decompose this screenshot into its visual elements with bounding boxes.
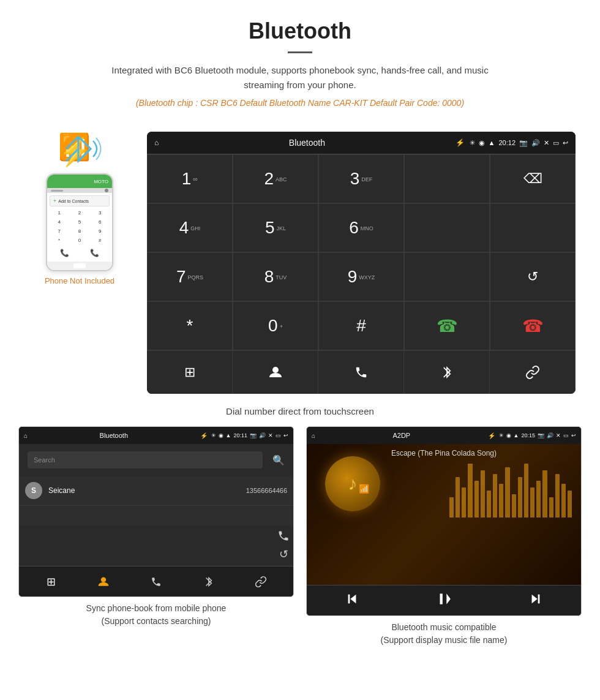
dial-key-1[interactable]: 1∞ — [147, 154, 233, 203]
svg-rect-5 — [348, 595, 350, 604]
dial-nav-contacts[interactable] — [233, 351, 318, 394]
dial-key-8[interactable]: 8TUV — [233, 252, 318, 301]
dial-key-0[interactable]: 0+ — [233, 301, 318, 350]
pb-usb-icon: ⚡ — [200, 432, 208, 439]
dial-screen-title: Bluetooth — [163, 138, 450, 148]
dial-key-2[interactable]: 2ABC — [233, 154, 318, 203]
pb-nav-bluetooth[interactable] — [198, 571, 220, 593]
dial-key-3[interactable]: 3DEF — [318, 154, 404, 203]
music-content-area: Escape (The Pina Colada Song) ♪ 📶 — [307, 444, 581, 585]
music-album-art: ♪ 📶 — [325, 456, 380, 511]
dial-bottom-nav: ⊞ — [147, 350, 576, 394]
title-divider — [288, 51, 312, 53]
dial-status-bar: ⌂ Bluetooth ⚡ ✳ ◉ ▲ 20:12 📷 🔊 ✕ ▭ ↩ — [147, 132, 576, 154]
phone-keypad: 1 2 3 4 5 6 7 8 9 * 0 # — [50, 209, 110, 244]
dial-key-4[interactable]: 4GHI — [147, 203, 233, 252]
pb-nav-link[interactable] — [250, 571, 272, 593]
dial-usb-icon: ⚡ — [456, 138, 465, 147]
music-prev-btn[interactable] — [345, 592, 359, 609]
dial-loc-icon: ◉ — [479, 139, 485, 147]
pb-call-icon[interactable] — [277, 530, 290, 545]
pb-search-bar[interactable]: Search — [28, 451, 263, 469]
pb-nav-contacts-active[interactable] — [92, 571, 114, 593]
phone-action-row: 📞 📞 — [50, 247, 110, 259]
dial-backspace-btn[interactable]: ⌫ — [490, 154, 576, 203]
dial-nav-grid[interactable]: ⊞ — [147, 351, 233, 394]
svg-point-3 — [101, 577, 106, 582]
music-frame: ⌂ A2DP ⚡ ✳ ◉ ▲ 20:15 📷 🔊 ✕ ▭ ↩ — [306, 426, 582, 616]
dial-empty-1 — [404, 154, 490, 203]
dial-key-9[interactable]: 9WXYZ — [318, 252, 404, 301]
pb-status-bar: ⌂ Bluetooth ⚡ ✳ ◉ ▲ 20:11 📷 🔊 ✕ ▭ ↩ — [19, 427, 293, 444]
pb-bottom-bar: ⊞ — [19, 566, 293, 597]
svg-marker-7 — [446, 594, 451, 604]
music-next-btn[interactable] — [529, 592, 542, 609]
phone-call: 📞 — [90, 249, 99, 257]
phone-icon — [354, 366, 368, 379]
dial-nav-bluetooth[interactable] — [404, 351, 490, 394]
pb-contact-row[interactable]: S Seicane 13566664466 — [19, 476, 293, 506]
pb-status-icons: ✳ ◉ ▲ 20:11 📷 🔊 ✕ ▭ ↩ — [211, 432, 288, 438]
phonebook-frame: ⌂ Bluetooth ⚡ ✳ ◉ ▲ 20:11 📷 🔊 ✕ ▭ ↩ — [18, 426, 294, 597]
svg-rect-6 — [440, 594, 443, 604]
bt-icon-svg: ⚡ — [55, 132, 104, 168]
dial-empty-2 — [404, 203, 490, 252]
phone-home-area — [47, 262, 112, 270]
dial-camera-icon: 📷 — [519, 139, 528, 147]
phone-home-button[interactable] — [73, 263, 86, 268]
music-play-pause-btn[interactable] — [436, 591, 452, 610]
dial-volume-icon: 🔊 — [531, 139, 540, 147]
music-controls — [307, 585, 581, 615]
middle-section: 📶 📶 ⚡ MOTO — [0, 119, 600, 400]
pb-contact-number: 13566664466 — [246, 487, 287, 494]
link-icon — [525, 365, 540, 380]
bluetooth-nav-icon — [441, 364, 453, 380]
pb-nav-grid[interactable]: ⊞ — [40, 571, 62, 593]
svg-marker-8 — [532, 595, 538, 604]
pb-refresh-icon[interactable]: ↺ — [279, 548, 288, 561]
phone-end-call: 📞 — [60, 249, 69, 257]
dial-home-icon[interactable]: ⌂ — [154, 138, 159, 147]
music-screenshot-item: ⌂ A2DP ⚡ ✳ ◉ ▲ 20:15 📷 🔊 ✕ ▭ ↩ — [306, 426, 582, 647]
music-title-status: A2DP — [319, 432, 484, 439]
phone-notch-area — [47, 188, 112, 193]
dial-wifi-icon: ▲ — [489, 139, 495, 146]
music-eq-visualizer — [449, 450, 572, 517]
specs-text: (Bluetooth chip : CSR BC6 Default Blueto… — [92, 96, 508, 110]
dial-key-hash[interactable]: # — [318, 301, 404, 350]
dial-key-5[interactable]: 5JKL — [233, 203, 318, 252]
phone-carrier: MOTO — [94, 179, 108, 184]
dial-key-6[interactable]: 6MNO — [318, 203, 404, 252]
svg-marker-4 — [350, 595, 356, 604]
dial-end-call-btn[interactable]: ☎ — [490, 301, 576, 350]
phone-add-contacts: Add to Contacts — [50, 195, 110, 206]
dial-call-btn[interactable]: ☎ — [404, 301, 490, 350]
pb-search-row: Search 🔍 — [19, 444, 293, 476]
dial-key-star[interactable]: * — [147, 301, 233, 350]
dial-screen: ⌂ Bluetooth ⚡ ✳ ◉ ▲ 20:12 📷 🔊 ✕ ▭ ↩ 1∞ 2 — [147, 132, 576, 394]
svg-point-2 — [272, 367, 279, 373]
dial-bt-icon: ✳ — [470, 139, 475, 147]
music-status-icons: ✳ ◉ ▲ 20:15 📷 🔊 ✕ ▭ ↩ — [499, 432, 576, 438]
pb-right-actions: ↺ — [274, 525, 293, 566]
pb-home-icon: ⌂ — [24, 432, 28, 439]
dial-nav-phone[interactable] — [318, 351, 404, 394]
page-header: Bluetooth Integrated with BC6 Bluetooth … — [0, 0, 600, 119]
phone-mockup: 📶 📶 ⚡ MOTO — [24, 132, 135, 285]
dial-caption: Dial number direct from touchscreen — [0, 400, 600, 426]
music-note-icon: ♪ — [348, 473, 358, 494]
pb-search-icon[interactable]: 🔍 — [268, 454, 290, 466]
dial-empty-4 — [404, 252, 490, 301]
description-text: Integrated with BC6 Bluetooth module, su… — [92, 63, 508, 92]
phone-speaker — [51, 190, 63, 192]
pb-nav-phone[interactable] — [145, 571, 167, 593]
phone-top-bar: MOTO — [47, 175, 112, 188]
music-home-icon: ⌂ — [312, 432, 315, 439]
dial-nav-link[interactable] — [490, 351, 576, 394]
pb-side-actions: ↺ — [19, 525, 293, 566]
dial-key-7[interactable]: 7PQRS — [147, 252, 233, 301]
svg-rect-9 — [538, 595, 540, 604]
dial-refresh-btn[interactable]: ↺ — [490, 252, 576, 301]
dial-x-icon: ✕ — [544, 139, 549, 147]
dial-time: 20:12 — [498, 139, 516, 146]
